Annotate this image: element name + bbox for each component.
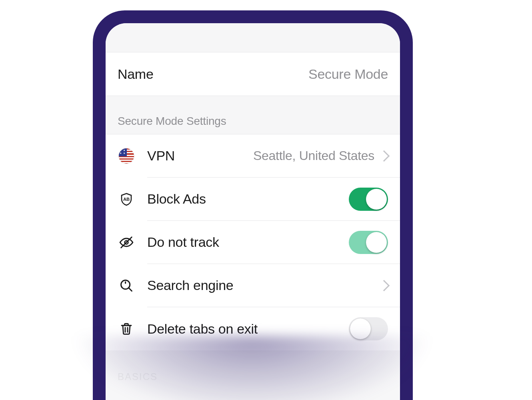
chevron-right-icon <box>378 280 390 291</box>
status-bar <box>106 23 400 52</box>
setting-search-engine[interactable]: Search engine <box>106 264 400 307</box>
vpn-label: VPN <box>147 148 175 164</box>
section-header-basics: BASICS <box>106 350 400 386</box>
setting-vpn[interactable]: VPN Seattle, United States <box>106 134 400 178</box>
delete-tabs-label: Delete tabs on exit <box>147 321 258 337</box>
block-ads-toggle[interactable] <box>349 188 388 211</box>
delete-tabs-toggle[interactable] <box>349 317 388 340</box>
settings-list: VPN Seattle, United States AB Block <box>106 134 400 350</box>
eye-slash-icon <box>118 234 135 251</box>
svg-text:AB: AB <box>123 197 130 202</box>
us-flag-icon <box>118 147 135 165</box>
shield-ab-icon: AB <box>118 190 135 208</box>
block-ads-label: Block Ads <box>147 191 206 207</box>
phone-screen: Name Secure Mode Secure Mode Settings VP… <box>106 23 400 400</box>
name-value: Secure Mode <box>308 66 388 82</box>
section-header-secure-mode: Secure Mode Settings <box>106 96 400 134</box>
do-not-track-toggle[interactable] <box>349 231 388 254</box>
chevron-right-icon <box>378 150 390 161</box>
name-row[interactable]: Name Secure Mode <box>106 52 400 96</box>
setting-do-not-track: Do not track <box>106 221 400 264</box>
trash-icon <box>118 320 135 338</box>
vpn-value: Seattle, United States <box>253 148 374 163</box>
search-engine-label: Search engine <box>147 278 233 293</box>
setting-delete-tabs: Delete tabs on exit <box>106 307 400 350</box>
name-label: Name <box>118 66 154 82</box>
do-not-track-label: Do not track <box>147 234 219 250</box>
phone-frame: Name Secure Mode Secure Mode Settings VP… <box>93 10 413 400</box>
svg-line-4 <box>129 288 132 291</box>
search-icon <box>118 277 135 294</box>
setting-block-ads: AB Block Ads <box>106 178 400 221</box>
